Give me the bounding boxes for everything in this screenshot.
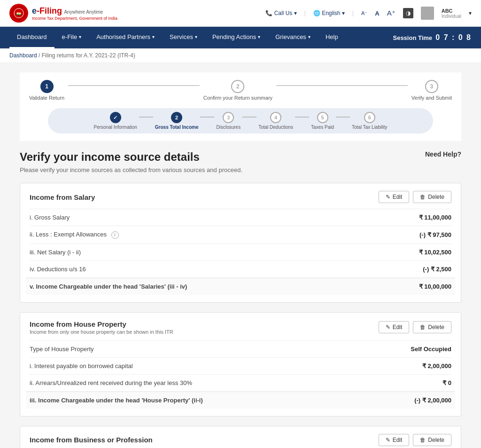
inner-step-label-2: Gross Total Income	[155, 125, 199, 130]
pencil-icon-3: ✎	[386, 437, 390, 443]
business-edit-button[interactable]: ✎ Edit	[379, 434, 410, 446]
step-progress: 1 Validate Return 2 Confirm your Return …	[20, 72, 461, 141]
session-time: Session Time 0 7 : 0 8	[393, 33, 472, 42]
house-property-edit-button[interactable]: ✎ Edit	[379, 321, 410, 333]
nav-item-pending-actions[interactable]: Pending Actions ▾	[205, 27, 268, 48]
inner-steps: ✓ Personal Information 2 Gross Total Inc…	[48, 108, 433, 134]
nav-item-services[interactable]: Services ▾	[162, 27, 205, 48]
inner-connector-2	[200, 117, 214, 118]
user-dropdown[interactable]: ▾	[469, 10, 472, 16]
inner-step-4[interactable]: 4 Total Deductions	[258, 112, 293, 130]
inner-step-5[interactable]: 5 Taxes Paid	[311, 112, 334, 130]
salary-card-actions: ✎ Edit 🗑 Delete	[379, 191, 451, 203]
breadcrumb-dashboard[interactable]: Dashboard	[9, 52, 37, 59]
salary-edit-button[interactable]: ✎ Edit	[379, 191, 410, 203]
logo-efiling: e-Filing Anywhere Anytime	[32, 6, 117, 16]
language-selector[interactable]: 🌐 English ▾	[313, 10, 345, 16]
salary-row-3: iii. Net Salary (i - ii) ₹ 10,02,500	[30, 244, 451, 260]
efile-arrow: ▾	[79, 34, 81, 39]
salary-delete-button[interactable]: 🗑 Delete	[413, 191, 451, 203]
breadcrumb-current: Filing returns for A.Y. 2021-22 (ITR-4)	[42, 52, 135, 59]
page-subtitle: Please verify your income sources as col…	[20, 166, 461, 173]
main-content: 1 Validate Return 2 Confirm your Return …	[10, 63, 471, 448]
partners-arrow: ▾	[152, 34, 155, 39]
business-delete-button[interactable]: 🗑 Delete	[413, 434, 451, 446]
outer-connector-2	[276, 85, 408, 86]
pencil-icon-2: ✎	[386, 324, 390, 330]
inner-connector-3	[242, 117, 256, 118]
salary-card: Income from Salary ✎ Edit 🗑 Delete i. Gr…	[20, 183, 461, 303]
inner-step-6[interactable]: 6 Total Tax Liability	[352, 112, 387, 130]
trash-icon-2: 🗑	[420, 324, 426, 330]
outer-step-label-3: Verify and Submit	[411, 95, 452, 101]
logo-text: e-Filing Anywhere Anytime Income Tax Dep…	[32, 6, 117, 21]
nav-item-help[interactable]: Help	[318, 27, 346, 48]
outer-step-1: 1 Validate Return	[29, 80, 64, 101]
house-property-card-header: Income from House Property Income from o…	[30, 320, 451, 335]
salary-card-header: Income from Salary ✎ Edit 🗑 Delete	[30, 191, 451, 203]
pending-arrow: ▾	[258, 34, 260, 39]
house-property-card-subtitle: Income from only one house property can …	[30, 329, 173, 335]
trash-icon-3: 🗑	[420, 437, 426, 443]
top-header: 🇮🇳 e-Filing Anywhere Anytime Income Tax …	[0, 0, 481, 27]
outer-step-circle-3: 3	[425, 80, 438, 93]
inner-step-2[interactable]: 2 Gross Total Income	[155, 112, 199, 130]
inner-step-num-3: 3	[223, 112, 234, 123]
font-size-small[interactable]: A⁻	[361, 10, 367, 16]
house-row-3: ii. Arrears/Unrealized rent received dur…	[30, 374, 451, 391]
breadcrumb-separator: /	[39, 52, 42, 59]
house-property-delete-button[interactable]: 🗑 Delete	[413, 321, 451, 333]
inner-step-label-6: Total Tax Liability	[352, 125, 387, 130]
breadcrumb: Dashboard / Filing returns for A.Y. 2021…	[0, 48, 481, 63]
logo-area: 🇮🇳 e-Filing Anywhere Anytime Income Tax …	[9, 4, 117, 23]
user-info: ABC Individual	[442, 8, 461, 19]
need-help-link[interactable]: Need Help?	[425, 150, 461, 158]
outer-step-label-2: Confirm your Return summary	[203, 95, 272, 101]
nav-item-dashboard[interactable]: Dashboard	[9, 27, 54, 48]
inner-step-1[interactable]: ✓ Personal Information	[94, 112, 137, 130]
outer-step-circle-2: 2	[231, 80, 244, 93]
inner-step-num-1: ✓	[110, 112, 121, 123]
inner-step-3[interactable]: 3 Disclosures	[216, 112, 240, 130]
grievances-arrow: ▾	[308, 34, 310, 39]
business-card-header: Income from Business or Profession ✎ Edi…	[30, 434, 451, 446]
house-row-1: Type of House Property Self Occupied	[30, 340, 451, 357]
nav-item-grievances[interactable]: Grievances ▾	[268, 27, 318, 48]
salary-row-2: ii. Less : Exempt Allowances i (-) ₹ 97,…	[30, 226, 451, 244]
nav-item-authorised-partners[interactable]: Authorised Partners ▾	[89, 27, 162, 48]
house-row-2: i. Interest payable on borrowed capital …	[30, 357, 451, 374]
outer-step-label-1: Validate Return	[29, 95, 64, 101]
exempt-allowances-info-icon[interactable]: i	[111, 231, 119, 239]
inner-connector-1	[139, 117, 153, 118]
outer-step-circle-1: 1	[40, 80, 54, 93]
inner-step-label-1: Personal Information	[94, 125, 137, 130]
inner-step-num-2: 2	[171, 112, 182, 123]
nav-items: Dashboard e-File ▾ Authorised Partners ▾…	[9, 27, 346, 48]
nav-item-efile[interactable]: e-File ▾	[54, 27, 89, 48]
salary-row-4: iv. Deductions u/s 16 (-) ₹ 2,500	[30, 260, 451, 277]
logo-dept: Income Tax Department, Government of Ind…	[32, 16, 117, 21]
font-size-large[interactable]: A⁺	[387, 9, 396, 17]
house-property-card: Income from House Property Income from o…	[20, 312, 461, 417]
outer-step-2: 2 Confirm your Return summary	[203, 80, 272, 101]
outer-step-3: 3 Verify and Submit	[411, 80, 452, 101]
page-title: Verify your income source details	[20, 150, 200, 164]
inner-step-num-6: 6	[364, 112, 375, 123]
contrast-toggle[interactable]: ◑	[403, 8, 413, 18]
inner-connector-4	[295, 117, 309, 118]
inner-step-num-4: 4	[270, 112, 281, 123]
house-row-4: iii. Income Chargeable under the head 'H…	[26, 391, 455, 409]
user-avatar	[421, 7, 434, 20]
pencil-icon: ✎	[386, 194, 390, 200]
font-size-medium[interactable]: A	[375, 10, 379, 17]
outer-steps: 1 Validate Return 2 Confirm your Return …	[29, 80, 452, 101]
emblem-icon: 🇮🇳	[9, 4, 28, 23]
inner-step-num-5: 5	[317, 112, 328, 123]
salary-card-title: Income from Salary	[30, 193, 95, 201]
salary-row-5: v. Income Chargeable under the head 'Sal…	[26, 277, 455, 295]
svg-text:🇮🇳: 🇮🇳	[16, 11, 21, 16]
house-property-card-actions: ✎ Edit 🗑 Delete	[379, 321, 451, 333]
inner-step-label-3: Disclosures	[216, 125, 240, 130]
business-card-actions: ✎ Edit 🗑 Delete	[379, 434, 451, 446]
call-us-link[interactable]: 📞 Call Us ▾	[265, 10, 296, 16]
